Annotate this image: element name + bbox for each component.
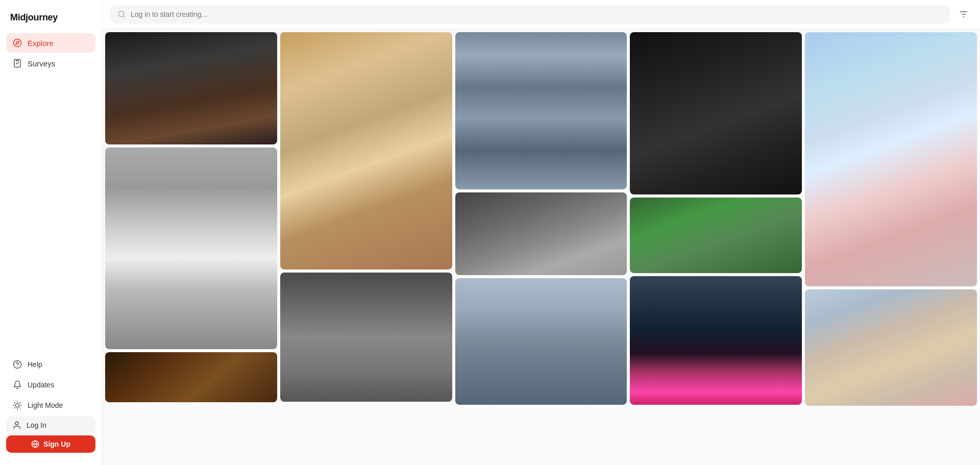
sidebar-item-surveys[interactable]: Surveys bbox=[6, 54, 95, 73]
sidebar-item-help-label: Help bbox=[28, 360, 42, 369]
gallery-item-city-rain[interactable] bbox=[630, 276, 802, 405]
sidebar-item-explore[interactable]: Explore bbox=[6, 33, 95, 53]
search-input[interactable] bbox=[131, 10, 943, 18]
signup-label: Sign Up bbox=[43, 440, 70, 448]
compass-icon bbox=[12, 38, 22, 48]
svg-line-13 bbox=[20, 402, 20, 403]
gallery-col-4 bbox=[630, 32, 802, 406]
main-content bbox=[102, 0, 980, 465]
svg-line-8 bbox=[14, 402, 15, 403]
gallery-item-spooky-group[interactable] bbox=[455, 192, 627, 275]
gallery-col-1 bbox=[105, 32, 277, 406]
sidebar-item-light-mode-label: Light Mode bbox=[28, 401, 63, 409]
gallery-col-2 bbox=[280, 32, 452, 406]
login-button[interactable]: Log In bbox=[6, 416, 95, 434]
sidebar-item-updates-label: Updates bbox=[28, 381, 54, 389]
gallery-item-koala-store[interactable] bbox=[630, 198, 802, 273]
sidebar-item-explore-label: Explore bbox=[28, 39, 54, 47]
sidebar-nav: Explore Surveys bbox=[6, 33, 95, 355]
login-label: Log In bbox=[27, 421, 46, 429]
gallery-item-mountain-face[interactable] bbox=[455, 278, 627, 405]
gallery-item-christmas-village[interactable] bbox=[805, 32, 977, 286]
gallery-item-coffee[interactable] bbox=[105, 352, 277, 402]
search-wrapper[interactable] bbox=[110, 5, 950, 23]
gallery-col-3 bbox=[455, 32, 627, 406]
svg-marker-1 bbox=[16, 41, 19, 44]
gallery-item-soldier[interactable] bbox=[105, 32, 277, 144]
filter-button[interactable] bbox=[955, 6, 972, 22]
gallery-item-path[interactable] bbox=[105, 148, 277, 349]
person-icon bbox=[12, 421, 21, 430]
sidebar-item-surveys-label: Surveys bbox=[28, 59, 55, 68]
app-logo: Midjourney bbox=[6, 8, 95, 33]
sidebar-item-light-mode[interactable]: Light Mode bbox=[6, 396, 95, 415]
gallery-item-portrait-overlay[interactable] bbox=[805, 289, 977, 406]
gallery-grid bbox=[105, 32, 977, 406]
svg-line-12 bbox=[14, 408, 15, 408]
gallery-item-fashion[interactable] bbox=[280, 273, 452, 402]
svg-point-0 bbox=[14, 39, 21, 47]
signup-button[interactable]: Sign Up bbox=[6, 435, 95, 453]
gallery-item-living-room[interactable] bbox=[280, 32, 452, 270]
search-icon bbox=[117, 10, 126, 18]
sidebar-item-updates[interactable]: Updates bbox=[6, 375, 95, 395]
svg-point-14 bbox=[15, 422, 18, 425]
gallery-item-street-dog[interactable] bbox=[455, 32, 627, 189]
globe-icon bbox=[31, 440, 39, 448]
bell-icon bbox=[12, 380, 22, 390]
gallery-item-abstract-black[interactable] bbox=[630, 32, 802, 194]
gallery-container[interactable] bbox=[102, 29, 980, 465]
sidebar-bottom: Help Updates bbox=[6, 355, 95, 457]
svg-line-9 bbox=[20, 408, 20, 408]
clipboard-icon bbox=[12, 58, 22, 68]
sidebar-item-help[interactable]: Help bbox=[6, 355, 95, 374]
help-circle-icon bbox=[12, 359, 22, 370]
search-bar bbox=[102, 0, 980, 29]
sun-icon bbox=[12, 400, 22, 410]
svg-rect-2 bbox=[16, 60, 19, 61]
gallery-col-5 bbox=[805, 32, 977, 406]
sidebar: Midjourney Explore Surveys bbox=[0, 0, 102, 465]
svg-line-18 bbox=[123, 16, 125, 17]
svg-point-5 bbox=[15, 403, 19, 407]
